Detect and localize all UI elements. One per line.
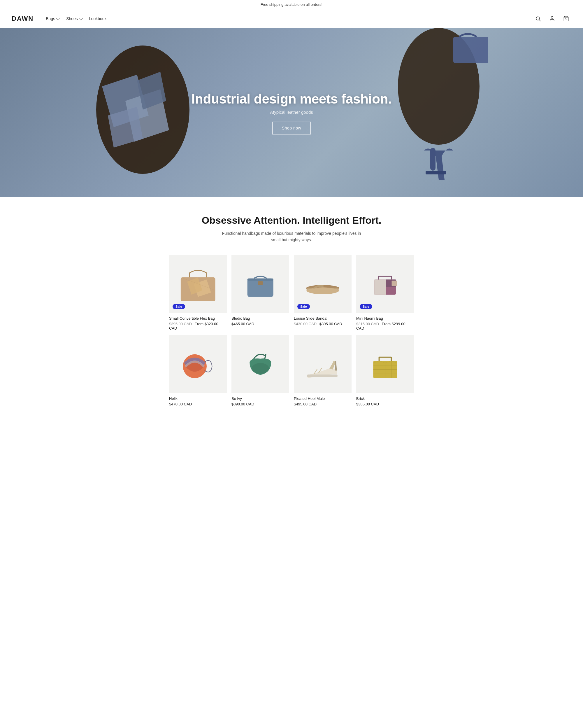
product-name-0: Small Convertible Flex Bag <box>169 316 227 320</box>
product-card-4[interactable]: Helix $470.00 CAD <box>169 335 227 406</box>
nav-bags[interactable]: Bags <box>43 15 62 23</box>
announcement-text: Free shipping available on all orders! <box>260 2 323 7</box>
announcement-bar: Free shipping available on all orders! <box>0 0 583 9</box>
product-price-1: $465.00 CAD <box>231 322 289 326</box>
product-image-7 <box>356 335 414 393</box>
section-title: Obsessive Attention. Intelligent Effort. <box>12 215 571 226</box>
product-price-3: $315.00 CAD From $299.00 CAD <box>356 322 414 331</box>
main-nav: Bags Shoes Lookbook <box>43 15 109 23</box>
product-image-5 <box>231 335 289 393</box>
price-original-3: $315.00 CAD <box>356 322 379 326</box>
account-icon <box>549 16 555 22</box>
product-image-svg-1 <box>239 262 282 306</box>
product-name-2: Louise Slide Sandal <box>294 316 352 320</box>
product-card-0[interactable]: Sale Small Convertible Flex Bag $395.00 … <box>169 255 227 331</box>
product-image-svg-5 <box>239 342 282 386</box>
product-image-1 <box>231 255 289 313</box>
svg-point-2 <box>551 16 553 18</box>
product-image-svg-6 <box>301 342 344 386</box>
sale-badge-0: Sale <box>172 304 185 309</box>
account-button[interactable] <box>547 14 557 24</box>
product-image-svg-0 <box>176 262 220 306</box>
nav-bags-label: Bags <box>46 16 55 21</box>
svg-rect-20 <box>306 288 339 292</box>
hero-title: Industrial design meets fashion. <box>192 91 392 107</box>
product-price-7: $385.00 CAD <box>356 402 414 406</box>
product-price-0: $395.00 CAD From $320.00 CAD <box>169 322 227 331</box>
svg-line-1 <box>539 20 541 21</box>
price-regular-6: $495.00 CAD <box>294 402 316 406</box>
product-name-5: Bo Ivy <box>231 396 289 401</box>
product-price-5: $390.00 CAD <box>231 402 289 406</box>
product-name-3: Mini Naomi Bag <box>356 316 414 320</box>
product-name-4: Helix <box>169 396 227 401</box>
header-left: DAWN Bags Shoes Lookbook <box>12 15 110 23</box>
svg-rect-16 <box>247 278 273 296</box>
product-image-svg-2 <box>301 262 344 306</box>
product-card-7[interactable]: Brick $385.00 CAD <box>356 335 414 406</box>
nav-lookbook-label: Lookbook <box>89 16 107 21</box>
product-price-6: $495.00 CAD <box>294 402 352 406</box>
nav-shoes[interactable]: Shoes <box>63 15 85 23</box>
search-icon <box>535 16 541 22</box>
hero-section: Industrial design meets fashion. Atypica… <box>0 28 583 197</box>
svg-rect-18 <box>247 278 273 280</box>
product-card-2[interactable]: Sale Louise Slide Sandal $430.00 CAD $39… <box>294 255 352 331</box>
product-image-4 <box>169 335 227 393</box>
price-regular-7: $385.00 CAD <box>356 402 379 406</box>
price-regular-4: $470.00 CAD <box>169 402 192 406</box>
product-image-svg-4 <box>176 342 220 386</box>
product-card-1[interactable]: Studio Bag $465.00 CAD <box>231 255 289 331</box>
price-sale-2: $395.00 CAD <box>320 322 342 326</box>
product-image-3: Sale <box>356 255 414 313</box>
product-image-2: Sale <box>294 255 352 313</box>
product-image-6 <box>294 335 352 393</box>
price-regular-1: $465.00 CAD <box>231 322 254 326</box>
search-button[interactable] <box>533 14 543 24</box>
cart-button[interactable] <box>561 14 571 24</box>
cart-icon <box>563 16 569 22</box>
hero-subtitle: Atypical leather goods <box>192 110 392 114</box>
svg-rect-10 <box>453 37 488 63</box>
nav-lookbook[interactable]: Lookbook <box>86 15 110 23</box>
hero-content: Industrial design meets fashion. Atypica… <box>186 91 397 134</box>
svg-rect-29 <box>307 374 338 377</box>
svg-rect-11 <box>425 171 446 175</box>
price-original-2: $430.00 CAD <box>294 322 316 326</box>
chevron-down-icon <box>56 16 60 20</box>
product-image-0: Sale <box>169 255 227 313</box>
svg-point-26 <box>252 363 269 374</box>
product-price-2: $430.00 CAD $395.00 CAD <box>294 322 352 326</box>
product-image-svg-7 <box>363 342 407 386</box>
svg-rect-22 <box>374 280 386 294</box>
product-card-5[interactable]: Bo Ivy $390.00 CAD <box>231 335 289 406</box>
header: DAWN Bags Shoes Lookbook <box>0 9 583 28</box>
product-card-6[interactable]: Pleated Heel Mule $495.00 CAD <box>294 335 352 406</box>
product-name-6: Pleated Heel Mule <box>294 396 352 401</box>
product-name-7: Brick <box>356 396 414 401</box>
hero-shop-now-button[interactable]: Shop now <box>272 122 311 134</box>
product-price-4: $470.00 CAD <box>169 402 227 406</box>
chevron-down-icon <box>79 16 83 20</box>
header-icons <box>533 14 571 24</box>
price-regular-5: $390.00 CAD <box>231 402 254 406</box>
logo[interactable]: DAWN <box>12 15 33 23</box>
product-image-svg-3 <box>363 262 407 306</box>
product-card-3[interactable]: Sale Mini Naomi Bag $315.00 CAD From $29… <box>356 255 414 331</box>
svg-rect-17 <box>258 281 263 285</box>
product-grid: Sale Small Convertible Flex Bag $395.00 … <box>146 255 437 418</box>
sale-badge-2: Sale <box>297 304 310 309</box>
section-heading: Obsessive Attention. Intelligent Effort.… <box>0 197 583 255</box>
svg-rect-24 <box>391 281 397 286</box>
nav-shoes-label: Shoes <box>66 16 78 21</box>
price-original-0: $395.00 CAD <box>169 322 192 326</box>
section-subtext: Functional handbags made of luxurious ma… <box>219 230 364 243</box>
product-name-1: Studio Bag <box>231 316 289 320</box>
sale-badge-3: Sale <box>360 304 372 309</box>
